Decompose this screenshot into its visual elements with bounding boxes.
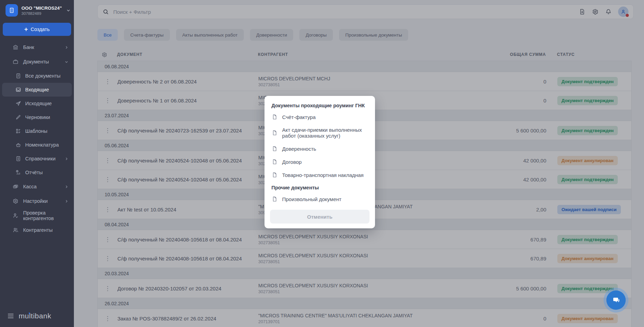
sidebar-item-label: Все документы: [25, 73, 60, 79]
multibank-logo: multibank: [19, 312, 51, 320]
chat-fab-button[interactable]: [606, 290, 626, 310]
modal-item-power-of-attorney[interactable]: Доверенность: [270, 142, 369, 155]
app-window: ООО "MICROS24" 307882489 + Создать Банк …: [0, 0, 644, 327]
sidebar-item-cashdesk[interactable]: Касса: [2, 179, 72, 194]
file-icon: [271, 159, 278, 165]
sidebar-item-inbox[interactable]: Входящие: [2, 83, 72, 97]
sidebar-item-label: Входящие: [25, 87, 49, 92]
bank-icon: [12, 44, 19, 50]
modal-item-label: Товарно-транспортная накладная: [282, 172, 364, 178]
company-switcher[interactable]: ООО "MICROS24" 307882489: [0, 0, 74, 20]
chevron-right-icon: [65, 185, 68, 189]
sidebar-item-label: Шаблоны: [25, 128, 47, 134]
sidebar-item-settings[interactable]: Настройки: [2, 194, 72, 208]
sidebar-item-label: Контрагенты: [23, 227, 52, 233]
report-chart-icon: [15, 169, 21, 176]
sidebar-item-bank[interactable]: Банк: [2, 40, 72, 54]
sidebar-item-drafts[interactable]: Черновики: [2, 110, 72, 124]
sidebar-footer: multibank: [8, 312, 51, 320]
modal-item-label: Произвольный документ: [282, 196, 342, 202]
inbox-icon: [15, 87, 21, 93]
file-icon: [271, 196, 278, 202]
modal-item-waybill[interactable]: Товарно-транспортная накладная: [270, 168, 369, 181]
pencil-icon: [15, 114, 21, 120]
sidebar-item-nomenclature[interactable]: Номенклатура: [2, 138, 72, 152]
sidebar-item-contractor-check[interactable]: Проверка контрагентов: [2, 208, 72, 223]
sidebar-item-label: Справочники: [25, 156, 56, 161]
create-button[interactable]: + Создать: [3, 23, 71, 36]
users-icon: [12, 227, 19, 233]
logo-accent-dot: [29, 313, 30, 314]
basket-icon: [15, 142, 21, 148]
chevron-down-icon: [65, 60, 68, 64]
sidebar-item-directories[interactable]: Справочники: [2, 152, 72, 166]
sidebar-item-all-documents[interactable]: Все документы: [2, 69, 72, 83]
user-check-icon: [12, 212, 19, 219]
document-icon: [15, 73, 21, 79]
template-icon: [15, 128, 21, 134]
sidebar-item-reports[interactable]: Отчёты: [2, 166, 72, 179]
menu-collapse-icon[interactable]: [8, 314, 14, 318]
sidebar-item-label: Номенклатура: [25, 142, 59, 148]
file-icon: [271, 130, 278, 136]
modal-item-label: Счёт-фактура: [282, 114, 316, 120]
gear-icon: [12, 198, 19, 204]
modal-section-title: Прочие документы: [271, 185, 369, 190]
sidebar-item-contractors[interactable]: Контрагенты: [2, 223, 72, 237]
sidebar-item-templates[interactable]: Шаблоны: [2, 124, 72, 138]
chevron-right-icon: [65, 199, 68, 203]
modal-item-acceptance-act[interactable]: Акт сдачи-приемки выполненных работ (ока…: [270, 123, 369, 142]
modal-item-label: Доверенность: [282, 146, 316, 152]
plus-icon: +: [24, 26, 28, 32]
book-icon: [15, 156, 21, 162]
company-logo-icon: [6, 4, 18, 17]
chat-icon: [612, 296, 621, 305]
chevron-right-icon: [65, 157, 68, 161]
briefcase-icon: [12, 59, 19, 65]
file-icon: [271, 114, 278, 120]
sidebar-item-label: Банк: [23, 44, 34, 50]
sidebar-nav: Банк Документы Все документы Входящие Ис…: [0, 40, 74, 237]
sidebar-item-label: Проверка контрагентов: [23, 210, 68, 221]
modal-item-label: Акт сдачи-приемки выполненных работ (ока…: [282, 127, 368, 139]
company-name: ООО "MICROS24": [21, 6, 62, 11]
cancel-button[interactable]: Отменить: [270, 210, 369, 224]
company-inn: 307882489: [21, 11, 62, 16]
modal-item-contract[interactable]: Договор: [270, 155, 369, 168]
modal-item-label: Договор: [282, 159, 302, 165]
chevron-down-icon: [66, 8, 70, 12]
send-icon: [15, 100, 21, 107]
sidebar-item-label: Документы: [23, 59, 49, 65]
modal-item-invoice[interactable]: Счёт-фактура: [270, 110, 369, 123]
chevron-right-icon: [65, 46, 68, 49]
sidebar-item-label: Касса: [23, 184, 37, 189]
file-icon: [271, 146, 278, 152]
sidebar: ООО "MICROS24" 307882489 + Создать Банк …: [0, 0, 74, 327]
sidebar-item-outbox[interactable]: Исходящие: [2, 97, 72, 110]
create-document-modal: Документы проходящие роуминг ГНК Счёт-фа…: [265, 96, 375, 228]
sidebar-item-documents[interactable]: Документы: [2, 54, 72, 69]
sidebar-item-label: Настройки: [23, 198, 48, 204]
main-area: Все Счета-фактуры Акты выполненных работ…: [74, 0, 644, 327]
cash-icon: [12, 184, 19, 190]
create-button-label: Создать: [31, 27, 50, 32]
file-icon: [271, 172, 278, 178]
company-meta: ООО "MICROS24" 307882489: [21, 6, 62, 16]
modal-item-arbitrary-document[interactable]: Произвольный документ: [270, 192, 369, 206]
sidebar-item-label: Отчёты: [25, 170, 43, 175]
sidebar-item-label: Черновики: [25, 115, 50, 120]
modal-section-title: Документы проходящие роуминг ГНК: [271, 103, 369, 108]
sidebar-item-label: Исходящие: [25, 101, 52, 106]
